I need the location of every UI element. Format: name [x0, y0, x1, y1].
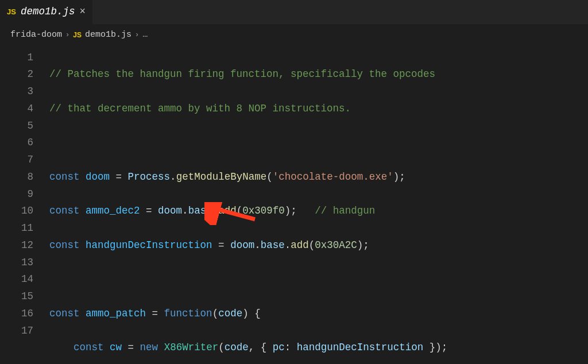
code-line[interactable]: // Patches the handgun firing function, … — [49, 66, 454, 83]
line-number: 8 — [0, 169, 33, 186]
breadcrumb-file[interactable]: demo1b.js — [85, 28, 131, 42]
tab-bar: JS demo1b.js × — [0, 0, 588, 24]
line-number: 3 — [0, 83, 33, 100]
code-line[interactable]: // that decrement ammo by with 8 NOP ins… — [49, 100, 454, 118]
code-line[interactable] — [49, 134, 454, 152]
line-number: 4 — [0, 100, 33, 118]
code-line[interactable]: const ammo_dec2 = doom.base.add(0x309f0)… — [49, 203, 454, 220]
line-number-gutter: 1 2 3 4 5 6 7 8 9 10 11 12 13 14 15 16 1… — [0, 46, 49, 365]
line-number: 15 — [0, 288, 33, 305]
file-tab[interactable]: JS demo1b.js × — [0, 0, 93, 24]
chevron-right-icon: › — [135, 29, 139, 41]
line-number: 6 — [0, 134, 33, 152]
code-line[interactable]: const handgunDecInstruction = doom.base.… — [49, 237, 454, 254]
line-number: 17 — [0, 323, 33, 340]
code-content[interactable]: // Patches the handgun firing function, … — [49, 46, 454, 365]
line-number: 1 — [0, 49, 33, 67]
code-line[interactable]: const cw = new X86Writer(code, { pc: han… — [49, 339, 454, 357]
line-number: 11 — [0, 220, 33, 237]
line-number: 16 — [0, 305, 33, 323]
line-number: 7 — [0, 152, 33, 169]
close-icon[interactable]: × — [79, 3, 86, 21]
breadcrumb-ellipsis[interactable]: … — [142, 28, 148, 42]
line-number: 2 — [0, 66, 33, 83]
js-icon: JS — [73, 29, 82, 41]
chevron-right-icon: › — [65, 29, 69, 41]
breadcrumb-folder[interactable]: frida-doom — [10, 28, 62, 42]
line-number: 12 — [0, 237, 33, 254]
line-number: 14 — [0, 271, 33, 288]
tab-filename: demo1b.js — [21, 3, 75, 21]
code-line[interactable] — [49, 271, 454, 288]
code-line[interactable]: const ammo_patch = function(code) { — [49, 305, 454, 323]
line-number: 9 — [0, 186, 33, 203]
breadcrumb[interactable]: frida-doom › JS demo1b.js › … — [0, 24, 588, 46]
js-icon: JS — [7, 6, 16, 18]
code-editor[interactable]: 1 2 3 4 5 6 7 8 9 10 11 12 13 14 15 16 1… — [0, 46, 588, 365]
line-number: 5 — [0, 118, 33, 135]
line-number: 10 — [0, 203, 33, 220]
line-number: 13 — [0, 254, 33, 272]
code-line[interactable]: const doom = Process.getModuleByName('ch… — [49, 169, 454, 186]
